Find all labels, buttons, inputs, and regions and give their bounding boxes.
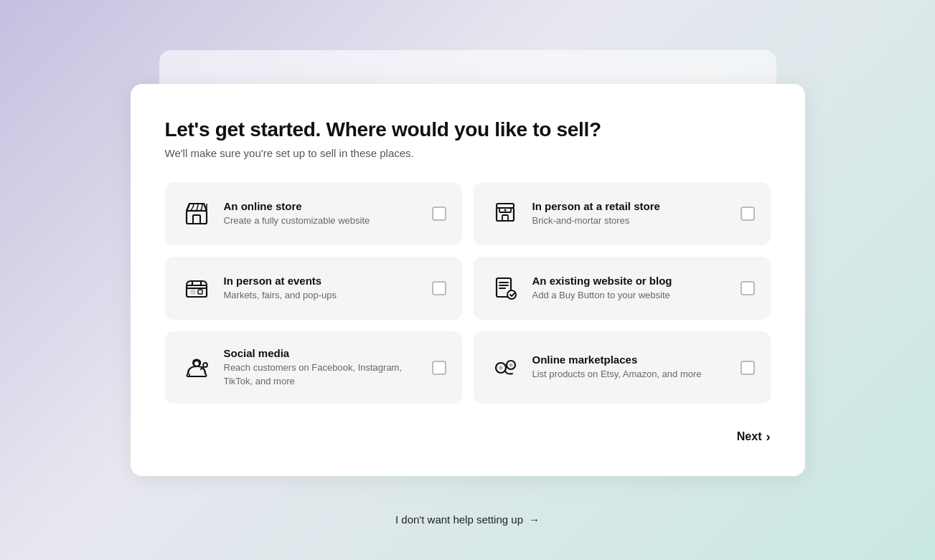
- option-social-media[interactable]: Social media Reach customers on Facebook…: [165, 331, 462, 403]
- social-icon: [181, 352, 212, 384]
- page-title: Let's get started. Where would you like …: [165, 118, 771, 141]
- option-events[interactable]: In person at events Markets, fairs, and …: [165, 257, 462, 320]
- option-marketplaces-desc: List products on Etsy, Amazon, and more: [532, 368, 729, 381]
- option-online-store-checkbox[interactable]: [432, 207, 446, 221]
- svg-point-17: [203, 363, 207, 367]
- store-icon: [181, 198, 212, 229]
- skip-arrow-icon: →: [529, 513, 540, 526]
- svg-point-16: [194, 361, 199, 366]
- option-social-text: Social media Reach customers on Facebook…: [224, 347, 420, 387]
- option-social-desc: Reach customers on Facebook, Instagram, …: [224, 361, 420, 387]
- option-existing-website[interactable]: An existing website or blog Add a Buy Bu…: [474, 257, 771, 320]
- main-card: Let's get started. Where would you like …: [131, 84, 805, 475]
- page-subtitle: We'll make sure you're set up to sell in…: [165, 147, 771, 159]
- events-icon: [181, 272, 212, 304]
- svg-point-15: [507, 290, 516, 299]
- option-events-title: In person at events: [224, 275, 420, 287]
- options-grid: An online store Create a fully customiza…: [165, 182, 771, 403]
- option-retail-desc: Brick-and-mortar stores: [532, 214, 729, 227]
- option-marketplaces-title: Online marketplaces: [532, 353, 729, 366]
- svg-line-22: [506, 365, 507, 368]
- svg-rect-5: [497, 204, 514, 208]
- next-arrow-icon: ›: [766, 430, 771, 445]
- option-retail-store[interactable]: In person at a retail store Brick-and-mo…: [474, 182, 771, 245]
- option-marketplaces[interactable]: Online marketplaces List products on Ets…: [474, 331, 771, 403]
- skip-label: I don't want help setting up: [395, 513, 523, 526]
- option-marketplaces-checkbox[interactable]: [741, 361, 755, 375]
- svg-rect-1: [193, 215, 200, 224]
- svg-point-20: [499, 366, 502, 369]
- next-button[interactable]: Next ›: [737, 427, 771, 447]
- option-online-store-title: An online store: [224, 200, 420, 212]
- footer-row: Next ›: [165, 427, 771, 447]
- option-website-title: An existing website or blog: [532, 275, 729, 287]
- svg-rect-0: [187, 211, 207, 224]
- option-retail-text: In person at a retail store Brick-and-mo…: [532, 200, 729, 227]
- option-retail-title: In person at a retail store: [532, 200, 729, 212]
- website-icon: [489, 272, 521, 304]
- option-events-desc: Markets, fairs, and pop-ups: [224, 289, 420, 302]
- marketplace-icon: [489, 352, 521, 384]
- option-website-checkbox[interactable]: [741, 281, 755, 295]
- option-website-text: An existing website or blog Add a Buy Bu…: [532, 275, 729, 302]
- svg-point-7: [504, 209, 506, 212]
- option-marketplaces-text: Online marketplaces List products on Ets…: [532, 353, 729, 381]
- option-social-title: Social media: [224, 347, 420, 359]
- retail-icon: [489, 198, 521, 229]
- option-retail-checkbox[interactable]: [741, 207, 755, 221]
- option-social-checkbox[interactable]: [432, 361, 446, 375]
- option-events-text: In person at events Markets, fairs, and …: [224, 275, 420, 302]
- svg-rect-6: [502, 215, 508, 221]
- skip-link[interactable]: I don't want help setting up →: [395, 513, 540, 526]
- next-label: Next: [737, 430, 762, 443]
- option-website-desc: Add a Buy Button to your website: [532, 289, 729, 302]
- option-online-store-desc: Create a fully customizable website: [224, 214, 420, 227]
- option-online-store-text: An online store Create a fully customiza…: [224, 200, 420, 227]
- option-online-store[interactable]: An online store Create a fully customiza…: [165, 182, 462, 245]
- svg-rect-10: [198, 290, 202, 294]
- svg-rect-8: [187, 285, 207, 297]
- svg-point-21: [509, 363, 512, 366]
- svg-rect-9: [191, 290, 195, 294]
- option-events-checkbox[interactable]: [432, 281, 446, 295]
